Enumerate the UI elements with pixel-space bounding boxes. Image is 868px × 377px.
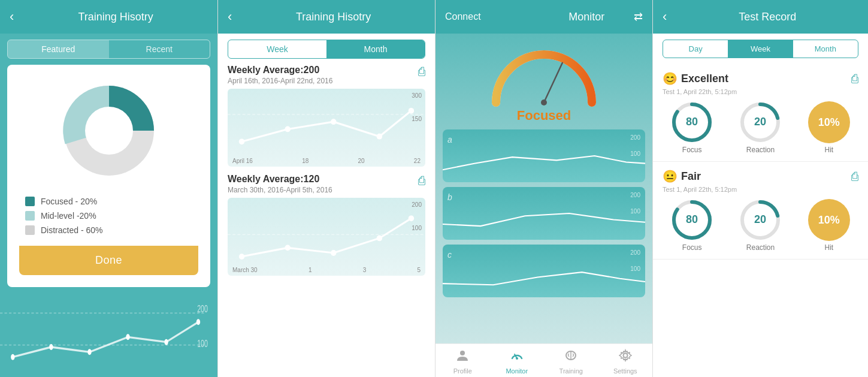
nav-monitor[interactable]: Monitor bbox=[490, 349, 545, 375]
svg-point-13 bbox=[239, 138, 244, 144]
share-icon-record2[interactable]: ⎙ bbox=[851, 170, 858, 183]
chart-area-2: 200 100 March 30 1 3 5 bbox=[228, 198, 425, 276]
sync-icon[interactable]: ⇄ bbox=[634, 10, 643, 23]
record-fair: 😐 Fair ⎙ Test 1, April 22th, 5:12pm 80 F… bbox=[653, 162, 868, 260]
svg-point-6 bbox=[11, 354, 14, 360]
nav-training[interactable]: Training bbox=[544, 349, 598, 375]
panel2-header: ‹ Training Hisotry bbox=[218, 0, 435, 34]
focus-circle-2: 80 bbox=[671, 199, 713, 241]
svg-point-15 bbox=[331, 119, 336, 125]
panel1-mini-chart: 200 100 bbox=[0, 287, 217, 377]
tab-month[interactable]: Month bbox=[326, 40, 425, 58]
pie-chart bbox=[55, 77, 163, 185]
record-excellent-header: 😊 Excellent ⎙ bbox=[663, 71, 858, 86]
metric-hit-1: 10% Hit bbox=[808, 101, 850, 154]
mini-line-chart: 200 100 bbox=[0, 287, 217, 377]
settings-icon bbox=[619, 349, 632, 366]
chart-x-labels-2: March 30 1 3 5 bbox=[232, 267, 421, 273]
gear-svg bbox=[619, 349, 632, 362]
svg-point-28 bbox=[516, 357, 518, 360]
panel2-back-icon[interactable]: ‹ bbox=[228, 9, 232, 25]
gauge-svg-icon bbox=[510, 349, 524, 362]
monitor-icon bbox=[510, 349, 524, 366]
nav-monitor-label: Monitor bbox=[506, 367, 528, 375]
legend-focused: Focused - 20% bbox=[25, 197, 198, 206]
tab-month-p4[interactable]: Month bbox=[793, 40, 858, 58]
svg-point-9 bbox=[126, 334, 129, 340]
monitor-chart-b: b 200 100 bbox=[443, 187, 645, 240]
chart-card-1: Weekly Average:200 April 16th, 2016-Apri… bbox=[228, 65, 425, 167]
week-month-tabs: Week Month bbox=[228, 40, 425, 59]
weekly-avg-date-1: April 16th, 2016-April 22nd, 2016 bbox=[228, 77, 332, 85]
nav-profile-label: Profile bbox=[453, 367, 472, 375]
monitor-chart-a: a 200 100 bbox=[443, 129, 645, 182]
share-icon-1[interactable]: ⎙ bbox=[418, 65, 425, 79]
panel4-header: ‹ Test Record bbox=[653, 0, 868, 34]
quality-fair: 😐 Fair bbox=[663, 169, 701, 183]
profile-icon bbox=[456, 349, 469, 366]
chart-area-1: 300 150 bbox=[228, 89, 425, 167]
fair-emoji: 😐 bbox=[663, 169, 678, 183]
record-excellent: 😊 Excellent ⎙ Test 1, April 22th, 5:12pm… bbox=[653, 64, 868, 162]
svg-text:80: 80 bbox=[686, 116, 698, 128]
monitor-charts-area: a 200 100 b 200 100 c 200 100 bbox=[435, 129, 652, 343]
done-button[interactable]: Done bbox=[19, 246, 198, 275]
svg-point-23 bbox=[409, 215, 414, 221]
panel4-back-icon[interactable]: ‹ bbox=[663, 9, 667, 25]
tab-week-p4[interactable]: Week bbox=[728, 40, 793, 58]
panel-test-record: ‹ Test Record Day Week Month 😊 Excellent… bbox=[652, 0, 868, 377]
hit-label-2: Hit bbox=[824, 243, 833, 252]
legend-distracted: Distracted - 60% bbox=[25, 225, 198, 235]
metrics-row-1: 80 Focus 20 Reaction 10% Hit bbox=[663, 101, 858, 154]
tab-featured[interactable]: Featured bbox=[8, 40, 109, 58]
panel2-title: Training Hisotry bbox=[241, 11, 425, 23]
panel3-header: Connect Monitor ⇄ bbox=[435, 0, 652, 34]
weekly-avg-date-2: March 30th, 2016-April 5th, 2016 bbox=[228, 186, 332, 194]
record-date-1: Test 1, April 22th, 5:12pm bbox=[663, 88, 858, 95]
chart-card-1-header: Weekly Average:200 April 16th, 2016-Apri… bbox=[228, 65, 425, 85]
svg-point-11 bbox=[196, 319, 200, 325]
panel1-tabs: Featured Recent bbox=[7, 40, 210, 59]
panel1-title: Training Hisotry bbox=[23, 11, 208, 23]
svg-text:20: 20 bbox=[754, 116, 766, 128]
svg-point-20 bbox=[285, 245, 290, 251]
pie-chart-container: Focused - 20% Mid-level -20% Distracted … bbox=[7, 65, 210, 287]
legend-color-midlevel bbox=[25, 211, 35, 221]
svg-point-8 bbox=[87, 349, 91, 355]
hit-circle-2: 10% bbox=[808, 199, 850, 241]
weekly-avg-title-1: Weekly Average:200 bbox=[228, 65, 332, 76]
metric-reaction-2: 20 Reaction bbox=[739, 199, 781, 252]
svg-point-22 bbox=[377, 236, 382, 242]
excellent-label: Excellent bbox=[681, 73, 728, 85]
nav-settings[interactable]: Settings bbox=[598, 349, 653, 375]
day-week-month-tabs: Day Week Month bbox=[663, 40, 858, 58]
svg-point-10 bbox=[164, 339, 168, 345]
record-date-2: Test 1, April 22th, 5:12pm bbox=[663, 186, 858, 193]
metric-reaction-1: 20 Reaction bbox=[739, 101, 781, 154]
svg-point-1 bbox=[85, 107, 133, 155]
svg-point-25 bbox=[541, 99, 547, 105]
panel2-scroll-area[interactable]: Weekly Average:200 April 16th, 2016-Apri… bbox=[218, 65, 435, 377]
chart-card-2: Weekly Average:120 March 30th, 2016-Apri… bbox=[228, 174, 425, 276]
legend-color-distracted bbox=[25, 225, 35, 235]
record-fair-header: 😐 Fair ⎙ bbox=[663, 169, 858, 183]
share-icon-record1[interactable]: ⎙ bbox=[851, 72, 858, 86]
nav-profile[interactable]: Profile bbox=[435, 349, 490, 375]
chart-card-2-header: Weekly Average:120 March 30th, 2016-Apri… bbox=[228, 174, 425, 194]
svg-text:20: 20 bbox=[754, 213, 766, 225]
gauge-area: Focused bbox=[435, 34, 652, 129]
back-arrow-icon[interactable]: ‹ bbox=[10, 9, 14, 25]
share-icon-2[interactable]: ⎙ bbox=[418, 174, 425, 188]
chart-x-labels-1: April 16 18 20 22 bbox=[232, 158, 421, 164]
focus-label-1: Focus bbox=[682, 146, 702, 154]
nav-training-label: Training bbox=[559, 367, 583, 375]
tab-recent[interactable]: Recent bbox=[109, 40, 210, 58]
svg-point-19 bbox=[239, 254, 244, 260]
tab-week[interactable]: Week bbox=[228, 40, 326, 58]
brain-icon bbox=[564, 349, 577, 366]
svg-text:80: 80 bbox=[686, 213, 698, 225]
nav-settings-label: Settings bbox=[613, 367, 637, 375]
monitor-chart-c-label: c bbox=[447, 250, 452, 260]
svg-point-21 bbox=[331, 250, 336, 256]
tab-day[interactable]: Day bbox=[663, 40, 728, 58]
